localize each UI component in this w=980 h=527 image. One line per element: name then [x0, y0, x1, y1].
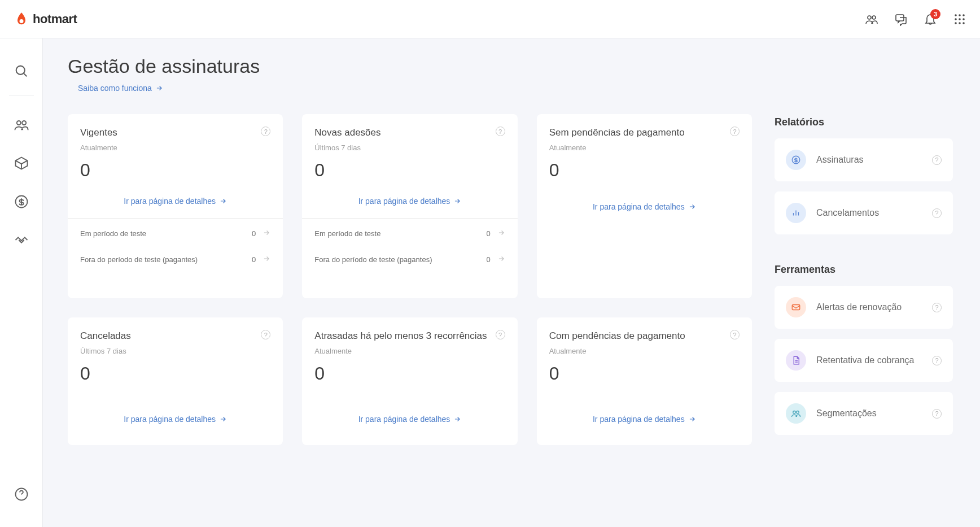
- svg-point-10: [955, 22, 957, 24]
- handshake-icon[interactable]: [14, 232, 29, 248]
- sub-row[interactable]: Em período de teste 0: [80, 221, 270, 247]
- tool-retentativa[interactable]: Retentativa de cobrança ?: [775, 339, 953, 382]
- report-cancelamentos[interactable]: Cancelamentos ?: [775, 191, 953, 234]
- svg-point-21: [797, 411, 799, 414]
- sub-label: Fora do período de teste (pagantes): [80, 255, 252, 265]
- card-subtitle: Últimos 7 dias: [80, 347, 270, 355]
- sidebar: [0, 38, 43, 527]
- sub-value: 0: [486, 255, 490, 264]
- sidebar-people-icon[interactable]: [14, 117, 29, 133]
- info-icon[interactable]: ?: [932, 356, 942, 365]
- sub-row[interactable]: Fora do período de teste (pagantes) 0: [314, 247, 505, 273]
- arrow-right-icon: [688, 415, 696, 423]
- svg-point-4: [955, 14, 957, 16]
- card-value: 0: [549, 363, 740, 384]
- card-title: Canceladas: [80, 330, 131, 342]
- page-title: Gestão de assinaturas: [68, 55, 953, 77]
- arrow-right-icon: [688, 203, 696, 211]
- card-divider: [68, 218, 283, 219]
- details-link[interactable]: Ir para página de detalhes: [124, 415, 227, 424]
- details-link-label: Ir para página de detalhes: [124, 197, 216, 206]
- details-link-label: Ir para página de detalhes: [124, 415, 216, 424]
- details-link-label: Ir para página de detalhes: [358, 197, 450, 206]
- learn-more-link[interactable]: Saiba como funciona: [78, 84, 163, 93]
- card-canceladas: Canceladas ? Últimos 7 dias 0 Ir para pá…: [68, 317, 283, 445]
- top-header: hotmart 3: [0, 0, 980, 38]
- arrow-right-icon: [219, 415, 227, 423]
- sub-row[interactable]: Em período de teste 0: [314, 221, 505, 247]
- main-content: Gestão de assinaturas Saiba como funcion…: [43, 38, 980, 527]
- svg-point-15: [22, 121, 26, 125]
- svg-point-12: [963, 22, 965, 24]
- details-link[interactable]: Ir para página de detalhes: [358, 197, 462, 206]
- search-icon[interactable]: [14, 63, 29, 79]
- card-value: 0: [549, 160, 740, 181]
- card-novas-adesoes: Novas adesões ? Últimos 7 dias 0 Ir para…: [302, 114, 517, 298]
- card-value: 0: [314, 363, 505, 384]
- dollar-icon[interactable]: [14, 194, 29, 210]
- details-link[interactable]: Ir para página de detalhes: [124, 197, 227, 206]
- sub-row[interactable]: Fora do período de teste (pagantes) 0: [80, 247, 270, 273]
- flame-icon: [14, 11, 29, 27]
- list-label: Retentativa de cobrança: [816, 355, 922, 365]
- chat-icon[interactable]: [894, 12, 908, 26]
- people-icon[interactable]: [865, 12, 878, 26]
- list-label: Segmentações: [816, 408, 922, 419]
- details-link[interactable]: Ir para página de detalhes: [593, 415, 696, 424]
- card-title: Vigentes: [80, 127, 117, 139]
- svg-point-2: [872, 16, 876, 19]
- bell-icon[interactable]: 3: [924, 12, 937, 26]
- details-link[interactable]: Ir para página de detalhes: [593, 202, 696, 211]
- info-icon[interactable]: ?: [496, 127, 505, 136]
- details-link[interactable]: Ir para página de detalhes: [358, 415, 462, 424]
- card-title: Atrasadas há pelo menos 3 recorrências: [314, 330, 487, 342]
- arrow-right-icon: [453, 197, 461, 205]
- reports-heading: Relatórios: [775, 116, 953, 128]
- info-icon[interactable]: ?: [932, 155, 942, 165]
- info-icon[interactable]: ?: [261, 330, 270, 339]
- list-label: Assinaturas: [816, 155, 922, 165]
- card-subtitle: Atualmente: [314, 347, 505, 355]
- card-title: Sem pendências de pagamento: [549, 127, 685, 139]
- svg-rect-19: [792, 305, 800, 310]
- stats-cards-grid: Vigentes ? Atualmente 0 Ir para página d…: [68, 114, 752, 445]
- svg-point-5: [959, 14, 961, 16]
- list-label: Cancelamentos: [816, 208, 922, 218]
- package-icon[interactable]: [14, 155, 29, 171]
- tool-segmentacoes[interactable]: Segmentações ?: [775, 392, 953, 435]
- learn-more-label: Saiba como funciona: [78, 84, 152, 93]
- details-link-label: Ir para página de detalhes: [593, 415, 685, 424]
- sub-value: 0: [486, 229, 490, 238]
- right-column: Relatórios Assinaturas ? Cancelamentos ?: [775, 114, 953, 445]
- info-icon[interactable]: ?: [932, 409, 942, 419]
- info-icon[interactable]: ?: [261, 127, 270, 136]
- report-assinaturas[interactable]: Assinaturas ?: [775, 138, 953, 181]
- info-icon[interactable]: ?: [932, 303, 942, 312]
- header-actions: 3: [865, 12, 966, 26]
- svg-point-20: [793, 411, 796, 414]
- sub-label: Em período de teste: [80, 229, 252, 239]
- card-value: 0: [80, 363, 270, 384]
- arrow-right-icon: [155, 84, 163, 92]
- details-link-label: Ir para página de detalhes: [593, 202, 685, 211]
- help-icon[interactable]: [14, 486, 29, 502]
- svg-point-6: [963, 14, 965, 16]
- info-icon[interactable]: ?: [730, 330, 740, 339]
- apps-grid-icon[interactable]: [953, 12, 966, 26]
- tool-alertas[interactable]: Alertas de renovação ?: [775, 286, 953, 329]
- card-com-pendencias: Com pendências de pagamento ? Atualmente…: [537, 317, 752, 445]
- card-subtitle: Atualmente: [80, 143, 270, 152]
- arrow-right-icon: [262, 229, 270, 238]
- tools-heading: Ferramentas: [775, 264, 953, 276]
- info-icon[interactable]: ?: [730, 127, 740, 136]
- info-icon[interactable]: ?: [496, 330, 505, 339]
- arrow-right-icon: [497, 229, 505, 238]
- card-atrasadas: Atrasadas há pelo menos 3 recorrências ?…: [302, 317, 517, 445]
- sub-label: Fora do período de teste (pagantes): [314, 255, 486, 265]
- people-group-icon: [786, 403, 806, 424]
- mail-icon: [786, 297, 806, 317]
- sub-value: 0: [252, 229, 256, 238]
- brand-logo[interactable]: hotmart: [14, 11, 77, 27]
- info-icon[interactable]: ?: [932, 208, 942, 218]
- svg-point-13: [16, 66, 24, 75]
